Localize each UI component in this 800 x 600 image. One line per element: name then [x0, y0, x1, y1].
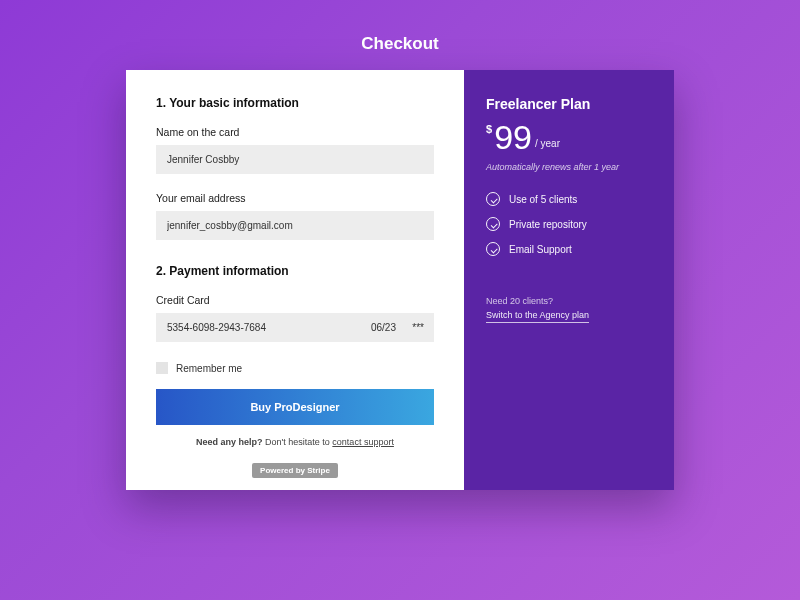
feature-item: Private repository: [486, 217, 652, 231]
cc-exp-input[interactable]: [356, 313, 402, 342]
plan-panel: Freelancer Plan $ 99 / year Automaticall…: [464, 70, 674, 490]
check-icon: [486, 217, 500, 231]
check-icon: [486, 192, 500, 206]
section-payment-heading: 2. Payment information: [156, 264, 434, 278]
buy-button[interactable]: Buy ProDesigner: [156, 389, 434, 425]
help-bold: Need any help?: [196, 437, 263, 447]
currency-symbol: $: [486, 123, 492, 135]
feature-label: Use of 5 clients: [509, 194, 577, 205]
cc-number-input[interactable]: [156, 313, 356, 342]
page-title: Checkout: [361, 34, 438, 54]
upsell-question: Need 20 clients?: [486, 296, 652, 306]
check-icon: [486, 242, 500, 256]
section-basic-heading: 1. Your basic information: [156, 96, 434, 110]
price-line: $ 99 / year: [486, 120, 652, 154]
cc-row: [156, 313, 434, 342]
price-value: 99: [494, 120, 532, 154]
powered-by-badge: Powered by Stripe: [252, 463, 338, 478]
upsell-link[interactable]: Switch to the Agency plan: [486, 310, 589, 323]
price-period: / year: [535, 138, 560, 149]
help-line: Need any help? Don't hesitate to contact…: [156, 437, 434, 447]
feature-label: Email Support: [509, 244, 572, 255]
cc-cvc-input[interactable]: [402, 313, 434, 342]
name-label: Name on the card: [156, 126, 434, 138]
upsell-block: Need 20 clients? Switch to the Agency pl…: [486, 296, 652, 323]
email-label: Your email address: [156, 192, 434, 204]
remember-label: Remember me: [176, 363, 242, 374]
renewal-note: Automatically renews after 1 year: [486, 162, 652, 172]
remember-row: Remember me: [156, 362, 434, 374]
feature-label: Private repository: [509, 219, 587, 230]
feature-item: Use of 5 clients: [486, 192, 652, 206]
cc-label: Credit Card: [156, 294, 434, 306]
name-input[interactable]: [156, 145, 434, 174]
plan-name: Freelancer Plan: [486, 96, 652, 112]
form-panel: 1. Your basic information Name on the ca…: [126, 70, 464, 490]
help-rest: Don't hesitate to: [263, 437, 333, 447]
remember-checkbox[interactable]: [156, 362, 168, 374]
feature-item: Email Support: [486, 242, 652, 256]
contact-support-link[interactable]: contact support: [332, 437, 394, 447]
checkout-card: 1. Your basic information Name on the ca…: [126, 70, 674, 490]
email-input[interactable]: [156, 211, 434, 240]
